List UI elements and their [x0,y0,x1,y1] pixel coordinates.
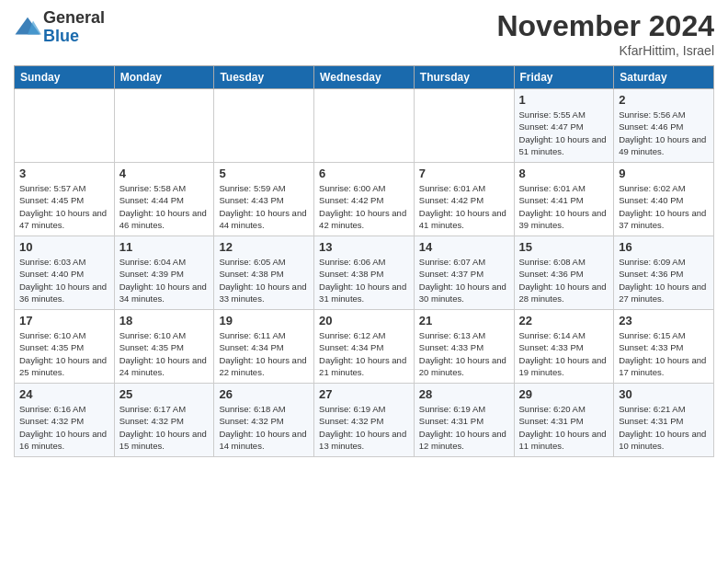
header-wednesday: Wednesday [314,66,415,89]
day-number: 5 [219,167,309,180]
calendar-cell: 23Sunrise: 6:15 AM Sunset: 4:33 PM Dayli… [614,310,714,384]
day-info: Sunrise: 5:57 AM Sunset: 4:45 PM Dayligh… [19,182,109,231]
day-number: 29 [519,387,609,401]
day-info: Sunrise: 6:21 AM Sunset: 4:31 PM Dayligh… [619,403,709,452]
calendar-cell: 26Sunrise: 6:18 AM Sunset: 4:32 PM Dayli… [214,384,314,457]
day-number: 23 [619,314,709,327]
logo-icon [14,14,41,41]
logo: General Blue [14,9,105,46]
calendar-cell: 4Sunrise: 5:58 AM Sunset: 4:44 PM Daylig… [114,163,214,236]
calendar-cell: 2Sunrise: 5:56 AM Sunset: 4:46 PM Daylig… [614,89,714,163]
calendar-cell: 24Sunrise: 6:16 AM Sunset: 4:32 PM Dayli… [15,384,115,457]
day-info: Sunrise: 6:12 AM Sunset: 4:34 PM Dayligh… [319,329,409,378]
calendar-cell: 21Sunrise: 6:13 AM Sunset: 4:33 PM Dayli… [414,310,514,384]
day-number: 9 [619,167,709,180]
header-row: Sunday Monday Tuesday Wednesday Thursday… [15,66,714,89]
calendar-header: Sunday Monday Tuesday Wednesday Thursday… [15,66,714,89]
day-info: Sunrise: 6:16 AM Sunset: 4:32 PM Dayligh… [19,403,109,452]
header-saturday: Saturday [614,66,714,89]
day-number: 11 [119,240,210,254]
day-number: 24 [19,387,109,401]
calendar-cell: 19Sunrise: 6:11 AM Sunset: 4:34 PM Dayli… [214,310,314,384]
day-number: 28 [419,387,509,401]
day-info: Sunrise: 6:03 AM Sunset: 4:40 PM Dayligh… [19,256,109,304]
day-number: 15 [519,240,609,254]
day-number: 1 [519,93,609,107]
month-title: November 2024 [496,9,714,43]
header-thursday: Thursday [414,66,514,89]
day-info: Sunrise: 6:05 AM Sunset: 4:38 PM Dayligh… [219,256,309,304]
calendar-week-5: 24Sunrise: 6:16 AM Sunset: 4:32 PM Dayli… [15,384,714,457]
calendar-table: Sunday Monday Tuesday Wednesday Thursday… [14,65,714,457]
day-info: Sunrise: 6:08 AM Sunset: 4:36 PM Dayligh… [519,256,609,304]
calendar-container: General Blue November 2024 KfarHittim, I… [0,0,728,466]
header-sunday: Sunday [15,66,115,89]
day-info: Sunrise: 5:59 AM Sunset: 4:43 PM Dayligh… [219,182,309,231]
calendar-cell: 11Sunrise: 6:04 AM Sunset: 4:39 PM Dayli… [114,236,214,310]
calendar-cell: 9Sunrise: 6:02 AM Sunset: 4:40 PM Daylig… [614,163,714,236]
day-info: Sunrise: 6:19 AM Sunset: 4:32 PM Dayligh… [319,403,409,452]
calendar-cell: 14Sunrise: 6:07 AM Sunset: 4:37 PM Dayli… [414,236,514,310]
calendar-cell: 22Sunrise: 6:14 AM Sunset: 4:33 PM Dayli… [514,310,614,384]
day-number: 13 [319,240,409,254]
calendar-week-2: 3Sunrise: 5:57 AM Sunset: 4:45 PM Daylig… [15,163,714,236]
calendar-cell [15,89,115,163]
day-number: 10 [19,240,109,254]
header-tuesday: Tuesday [214,66,314,89]
day-info: Sunrise: 6:00 AM Sunset: 4:42 PM Dayligh… [319,182,409,231]
day-number: 19 [219,314,309,327]
calendar-cell: 15Sunrise: 6:08 AM Sunset: 4:36 PM Dayli… [514,236,614,310]
day-number: 17 [19,314,109,327]
calendar-cell: 25Sunrise: 6:17 AM Sunset: 4:32 PM Dayli… [114,384,214,457]
day-number: 14 [419,240,509,254]
day-info: Sunrise: 6:20 AM Sunset: 4:31 PM Dayligh… [519,403,609,452]
day-info: Sunrise: 6:15 AM Sunset: 4:33 PM Dayligh… [619,329,709,378]
location: KfarHittim, Israel [496,43,714,58]
header-friday: Friday [514,66,614,89]
calendar-cell: 29Sunrise: 6:20 AM Sunset: 4:31 PM Dayli… [514,384,614,457]
calendar-cell [314,89,415,163]
day-info: Sunrise: 6:10 AM Sunset: 4:35 PM Dayligh… [119,329,210,378]
day-number: 3 [19,167,109,180]
calendar-cell [414,89,514,163]
day-info: Sunrise: 5:58 AM Sunset: 4:44 PM Dayligh… [119,182,210,231]
calendar-cell: 18Sunrise: 6:10 AM Sunset: 4:35 PM Dayli… [114,310,214,384]
day-info: Sunrise: 6:02 AM Sunset: 4:40 PM Dayligh… [619,182,709,231]
calendar-cell: 17Sunrise: 6:10 AM Sunset: 4:35 PM Dayli… [15,310,115,384]
day-info: Sunrise: 6:14 AM Sunset: 4:33 PM Dayligh… [519,329,609,378]
day-number: 2 [619,93,709,107]
calendar-cell: 16Sunrise: 6:09 AM Sunset: 4:36 PM Dayli… [614,236,714,310]
day-number: 16 [619,240,709,254]
calendar-cell: 6Sunrise: 6:00 AM Sunset: 4:42 PM Daylig… [314,163,415,236]
day-number: 22 [519,314,609,327]
day-number: 18 [119,314,210,327]
calendar-cell: 13Sunrise: 6:06 AM Sunset: 4:38 PM Dayli… [314,236,415,310]
calendar-week-3: 10Sunrise: 6:03 AM Sunset: 4:40 PM Dayli… [15,236,714,310]
calendar-cell: 30Sunrise: 6:21 AM Sunset: 4:31 PM Dayli… [614,384,714,457]
day-number: 8 [519,167,609,180]
day-number: 26 [219,387,309,401]
day-info: Sunrise: 6:01 AM Sunset: 4:41 PM Dayligh… [519,182,609,231]
day-info: Sunrise: 6:09 AM Sunset: 4:36 PM Dayligh… [619,256,709,304]
day-number: 12 [219,240,309,254]
day-info: Sunrise: 6:19 AM Sunset: 4:31 PM Dayligh… [419,403,509,452]
calendar-cell: 12Sunrise: 6:05 AM Sunset: 4:38 PM Dayli… [214,236,314,310]
title-block: November 2024 KfarHittim, Israel [496,9,714,58]
calendar-week-1: 1Sunrise: 5:55 AM Sunset: 4:47 PM Daylig… [15,89,714,163]
calendar-cell: 8Sunrise: 6:01 AM Sunset: 4:41 PM Daylig… [514,163,614,236]
day-info: Sunrise: 6:01 AM Sunset: 4:42 PM Dayligh… [419,182,509,231]
day-info: Sunrise: 6:11 AM Sunset: 4:34 PM Dayligh… [219,329,309,378]
calendar-cell: 20Sunrise: 6:12 AM Sunset: 4:34 PM Dayli… [314,310,415,384]
calendar-cell: 28Sunrise: 6:19 AM Sunset: 4:31 PM Dayli… [414,384,514,457]
calendar-cell: 5Sunrise: 5:59 AM Sunset: 4:43 PM Daylig… [214,163,314,236]
day-info: Sunrise: 6:07 AM Sunset: 4:37 PM Dayligh… [419,256,509,304]
day-info: Sunrise: 6:18 AM Sunset: 4:32 PM Dayligh… [219,403,309,452]
day-info: Sunrise: 6:04 AM Sunset: 4:39 PM Dayligh… [119,256,210,304]
calendar-week-4: 17Sunrise: 6:10 AM Sunset: 4:35 PM Dayli… [15,310,714,384]
day-number: 25 [119,387,210,401]
logo-text: General Blue [43,9,105,46]
calendar-body: 1Sunrise: 5:55 AM Sunset: 4:47 PM Daylig… [15,89,714,457]
day-number: 7 [419,167,509,180]
calendar-cell: 27Sunrise: 6:19 AM Sunset: 4:32 PM Dayli… [314,384,415,457]
calendar-cell [214,89,314,163]
